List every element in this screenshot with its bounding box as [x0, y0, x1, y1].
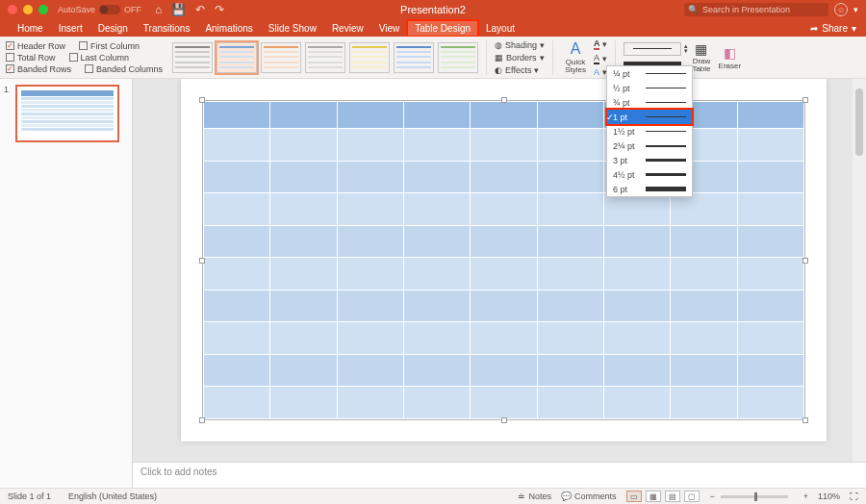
tab-design[interactable]: Design: [90, 20, 136, 37]
tab-table-design[interactable]: Table Design: [407, 20, 478, 37]
resize-handle-se[interactable]: [802, 417, 808, 423]
selected-table[interactable]: [202, 100, 805, 420]
table-style-1[interactable]: [172, 42, 213, 73]
banded-columns-checkbox[interactable]: Banded Columns: [85, 64, 163, 74]
reading-view-button[interactable]: ▤: [665, 491, 680, 502]
redo-icon[interactable]: ↷: [215, 3, 224, 16]
resize-handle-w[interactable]: [199, 258, 205, 264]
autosave-switch[interactable]: [99, 5, 120, 14]
autosave-toggle[interactable]: AutoSave OFF: [58, 5, 141, 14]
minimize-window-button[interactable]: [23, 5, 33, 14]
pen-width-selector[interactable]: ▴▾: [624, 42, 688, 56]
undo-icon[interactable]: ↶: [195, 3, 205, 16]
search-placeholder: Search in Presentation: [702, 5, 790, 14]
bucket-icon: ◍: [495, 40, 502, 50]
pen-width-option[interactable]: 4½ pt: [607, 167, 692, 182]
workspace: 1: [0, 79, 866, 488]
table-grid[interactable]: [203, 101, 804, 419]
zoom-level[interactable]: 110%: [818, 491, 840, 501]
text-fill-icon: A: [594, 38, 600, 50]
feedback-icon[interactable]: ☺: [834, 3, 848, 16]
status-bar: Slide 1 of 1 English (United States) ≐No…: [0, 488, 866, 504]
maximize-window-button[interactable]: [38, 5, 48, 14]
search-icon: 🔍: [688, 5, 699, 14]
language-indicator[interactable]: English (United States): [68, 491, 157, 501]
last-column-checkbox[interactable]: Last Column: [69, 53, 130, 63]
header-row-checkbox[interactable]: ✓Header Row: [6, 41, 65, 51]
slide-thumbnail-1[interactable]: [15, 85, 119, 142]
normal-view-button[interactable]: ▭: [626, 491, 642, 502]
notes-pane[interactable]: Click to add notes: [133, 462, 866, 488]
fit-to-window-button[interactable]: ⛶: [850, 491, 858, 501]
tab-view[interactable]: View: [371, 20, 408, 37]
pen-width-dropdown: ¼ pt½ pt¾ pt✓1 pt1½ pt2¼ pt3 pt4½ pt6 pt: [606, 65, 693, 197]
total-row-checkbox[interactable]: Total Row: [6, 53, 56, 63]
borders-button[interactable]: ▦Borders▾: [495, 53, 545, 63]
banded-rows-checkbox[interactable]: ✓Banded Rows: [6, 64, 71, 74]
slide-indicator[interactable]: Slide 1 of 1: [8, 491, 51, 501]
resize-handle-sw[interactable]: [199, 417, 205, 423]
eraser-button[interactable]: ◧ Eraser: [715, 45, 746, 70]
slideshow-view-button[interactable]: ▢: [684, 491, 700, 502]
tab-home[interactable]: Home: [10, 20, 51, 37]
tab-slideshow[interactable]: Slide Show: [261, 20, 324, 37]
share-button[interactable]: ➦Share▾: [801, 20, 866, 37]
autosave-state: OFF: [124, 5, 141, 14]
comments-icon: 💬: [561, 491, 572, 501]
eraser-icon: ◧: [724, 45, 736, 61]
tab-layout[interactable]: Layout: [478, 20, 522, 37]
window-controls: [0, 5, 48, 14]
comments-toggle[interactable]: 💬Comments: [561, 491, 617, 501]
zoom-in-button[interactable]: +: [803, 491, 808, 501]
pen-width-option[interactable]: ¾ pt: [607, 95, 692, 110]
text-outline-button[interactable]: A▾: [594, 53, 608, 64]
text-outline-icon: A: [594, 53, 599, 64]
notes-toggle[interactable]: ≐Notes: [518, 491, 551, 501]
title-bar: AutoSave OFF ⌂ 💾 ↶ ↷ Presentation2 🔍 Sea…: [0, 0, 866, 19]
zoom-out-button[interactable]: −: [709, 491, 714, 501]
table-style-4[interactable]: [305, 42, 345, 73]
vertical-scrollbar[interactable]: [853, 79, 866, 462]
search-input[interactable]: 🔍 Search in Presentation: [684, 3, 828, 16]
resize-handle-nw[interactable]: [199, 97, 205, 103]
pen-width-option[interactable]: ½ pt: [607, 81, 692, 95]
slide-thumbnails-pane[interactable]: 1: [0, 79, 133, 488]
table-style-3[interactable]: [261, 42, 301, 73]
tab-insert[interactable]: Insert: [51, 20, 90, 37]
pen-width-option[interactable]: 1½ pt: [607, 124, 692, 139]
quick-styles-button[interactable]: A Quick Styles: [561, 40, 590, 74]
share-icon: ➦: [810, 23, 818, 34]
resize-handle-n[interactable]: [501, 97, 507, 103]
table-style-6[interactable]: [394, 42, 434, 73]
tab-review[interactable]: Review: [324, 20, 371, 37]
shading-borders-effects: ◍Shading▾ ▦Borders▾ ◐Effects▾: [495, 40, 545, 75]
slide-canvas[interactable]: Click to add notes: [133, 79, 866, 488]
save-icon[interactable]: 💾: [171, 3, 186, 16]
autosave-label: AutoSave: [58, 5, 95, 14]
zoom-slider[interactable]: [721, 495, 788, 498]
resize-handle-e[interactable]: [802, 258, 808, 264]
feedback-caret[interactable]: ▾: [853, 5, 858, 14]
home-icon[interactable]: ⌂: [155, 3, 162, 16]
close-window-button[interactable]: [8, 5, 17, 14]
table-style-2[interactable]: [216, 42, 257, 73]
tab-animations[interactable]: Animations: [197, 20, 260, 37]
pen-width-option[interactable]: 6 pt: [607, 182, 692, 196]
resize-handle-s[interactable]: [501, 417, 507, 423]
table-style-5[interactable]: [349, 42, 390, 73]
sorter-view-button[interactable]: ▦: [646, 491, 661, 502]
tab-transitions[interactable]: Transitions: [136, 20, 198, 37]
view-switcher: ▭ ▦ ▤ ▢: [625, 491, 700, 502]
pen-width-option[interactable]: 2¼ pt: [607, 139, 692, 153]
effects-button[interactable]: ◐Effects▾: [495, 65, 545, 75]
shading-button[interactable]: ◍Shading▾: [495, 40, 545, 50]
pen-width-option[interactable]: ✓1 pt: [607, 110, 692, 124]
slide[interactable]: [181, 79, 827, 441]
table-style-7[interactable]: [438, 42, 478, 73]
first-column-checkbox[interactable]: First Column: [79, 41, 140, 51]
text-fill-button[interactable]: A▾: [594, 38, 608, 50]
pen-width-option[interactable]: ¼ pt: [607, 66, 692, 81]
pen-width-option[interactable]: 3 pt: [607, 153, 692, 167]
resize-handle-ne[interactable]: [802, 97, 808, 103]
table-styles-gallery[interactable]: [172, 42, 478, 73]
